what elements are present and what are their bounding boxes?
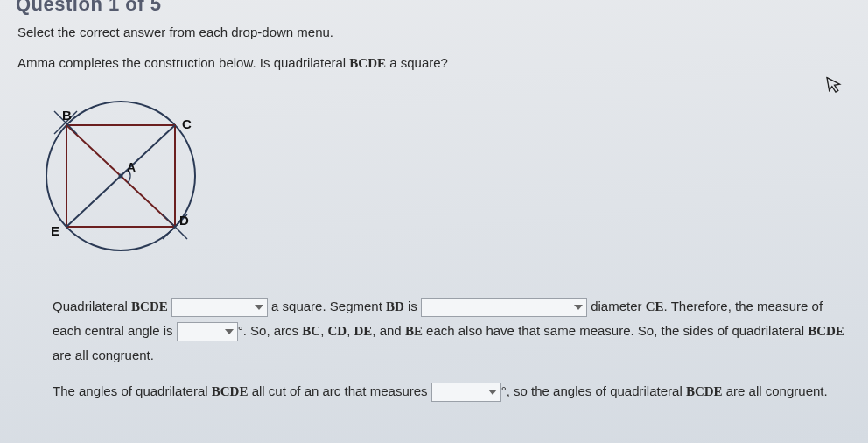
label-E: E [51, 223, 60, 238]
text: are all congruent. [52, 348, 154, 362]
and: , and [372, 323, 405, 338]
bcde: BCDE [686, 384, 723, 398]
label-D: D [179, 213, 189, 228]
instruction-text: Select the correct answer from each drop… [18, 25, 850, 39]
bcde: BCDE [808, 324, 844, 338]
question-text: Amma completes the construction below. I… [18, 55, 850, 71]
page-header-fragment: Question 1 of 5 [16, 0, 161, 16]
text: Quadrilateral [52, 299, 131, 313]
text: are all congruent. [723, 383, 828, 398]
text: The angles of quadrilateral [52, 383, 212, 398]
bd: BD [386, 299, 404, 313]
label-B: B [62, 108, 72, 123]
dropdown-is-isnot[interactable] [172, 298, 268, 317]
text: °, so the angles of quadrilateral [501, 383, 686, 398]
sep: , [346, 323, 354, 338]
text: each also have that same measure. So, th… [423, 323, 808, 338]
label-C: C [182, 116, 192, 131]
bcde: BCDE [131, 299, 168, 313]
de: DE [354, 324, 373, 338]
text: a square. Segment [271, 299, 386, 313]
bc: BC [302, 324, 320, 338]
bcde: BCDE [212, 384, 248, 398]
ce: CE [646, 299, 664, 313]
text: °. So, arcs [238, 323, 303, 338]
answer-paragraph-2: The angles of quadrilateral BCDE all cut… [52, 379, 849, 404]
question-quad: BCDE [349, 56, 386, 70]
text: all cut of an arc that measures [248, 383, 430, 398]
label-A: A [127, 160, 136, 174]
cd: CD [327, 324, 346, 338]
text: diameter [591, 299, 646, 313]
dropdown-central-angle[interactable] [177, 322, 238, 341]
question-prefix: Amma completes the construction below. I… [18, 55, 349, 70]
svg-point-4 [119, 174, 123, 179]
construction-diagram: B C D E A [24, 81, 850, 268]
dropdown-relation[interactable] [421, 298, 587, 317]
dropdown-arc-measure[interactable] [431, 383, 501, 402]
text: is [404, 299, 421, 313]
answer-paragraph-1: Quadrilateral BCDE a square. Segment BD … [52, 294, 849, 367]
question-suffix: a square? [386, 55, 448, 70]
be: BE [405, 324, 423, 338]
